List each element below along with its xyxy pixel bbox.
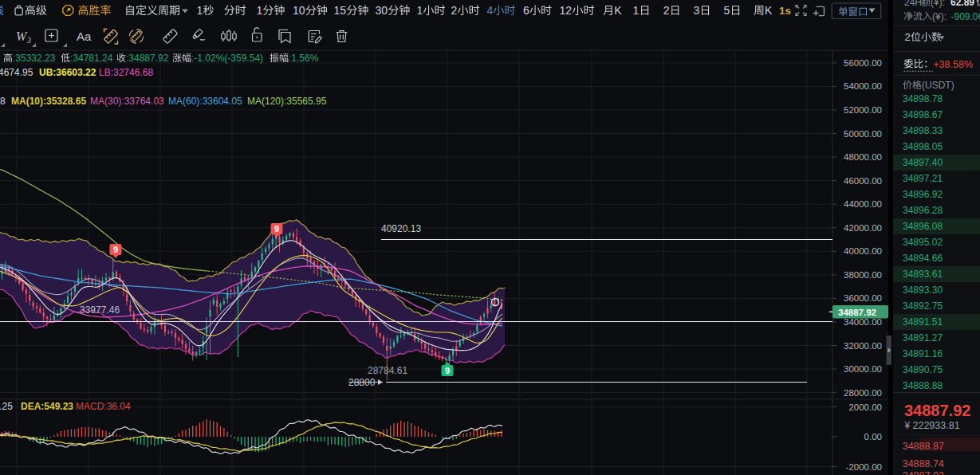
- svg-text:34000.00: 34000.00: [844, 317, 882, 327]
- svg-text:8: 8: [0, 96, 6, 107]
- svg-text:34890.75: 34890.75: [903, 364, 943, 375]
- svg-text:(USDT): (USDT): [922, 80, 954, 91]
- svg-text::35332.23: :35332.23: [13, 53, 56, 64]
- svg-text:34895.02: 34895.02: [903, 237, 943, 248]
- svg-text:34887.92: 34887.92: [904, 402, 970, 419]
- svg-text:3: 3: [26, 36, 31, 45]
- svg-text:28000.00: 28000.00: [844, 388, 882, 398]
- svg-text:5: 5: [724, 4, 730, 17]
- svg-text:38000.00: 38000.00: [844, 270, 882, 280]
- svg-text:(¥):: (¥):: [931, 0, 945, 8]
- svg-text:34897.40: 34897.40: [903, 157, 943, 168]
- svg-text:24H: 24H: [904, 0, 922, 8]
- svg-text::-1.02%(-359.54): :-1.02%(-359.54): [191, 53, 263, 64]
- svg-text:34898.78: 34898.78: [903, 93, 943, 104]
- svg-text:2: 2: [905, 31, 911, 43]
- svg-text:4674.95: 4674.95: [0, 67, 33, 78]
- svg-text:34894.66: 34894.66: [903, 253, 943, 264]
- svg-text:32000.00: 32000.00: [844, 341, 882, 351]
- svg-text:MA(120):35565.95: MA(120):35565.95: [247, 96, 327, 107]
- svg-text:LB:32746.68: LB:32746.68: [99, 67, 153, 78]
- svg-text:42000.00: 42000.00: [844, 223, 882, 233]
- svg-text:+38.58%: +38.58%: [933, 59, 973, 70]
- svg-text:0.00: 0.00: [864, 432, 882, 442]
- svg-text:34887.02: 34887.02: [903, 470, 944, 475]
- svg-text:34896.92: 34896.92: [903, 189, 943, 200]
- svg-text:34896.08: 34896.08: [903, 221, 943, 232]
- svg-text:3: 3: [694, 4, 700, 17]
- svg-text:W: W: [16, 29, 28, 43]
- svg-text:9: 9: [274, 224, 279, 234]
- svg-text:4: 4: [486, 4, 493, 17]
- svg-text:34898.05: 34898.05: [903, 141, 943, 152]
- svg-text:34888.88: 34888.88: [903, 380, 943, 391]
- svg-text:44000.00: 44000.00: [844, 199, 882, 209]
- svg-text:¥: ¥: [904, 420, 911, 431]
- svg-text:34897.21: 34897.21: [903, 173, 943, 184]
- svg-text:30000.00: 30000.00: [844, 364, 882, 374]
- svg-text:MACD:36.04: MACD:36.04: [76, 401, 131, 412]
- svg-text:46000.00: 46000.00: [844, 176, 882, 186]
- svg-text:34888.74: 34888.74: [903, 458, 944, 469]
- svg-text:15: 15: [333, 4, 346, 17]
- svg-text:9: 9: [445, 366, 450, 375]
- svg-text:DEA:549.23: DEA:549.23: [21, 401, 73, 412]
- svg-text:30: 30: [375, 4, 388, 17]
- svg-text:MA(60):33604.05: MA(60):33604.05: [168, 96, 242, 107]
- svg-text:K: K: [765, 4, 773, 17]
- svg-text:40920.13: 40920.13: [381, 223, 421, 234]
- svg-text:K: K: [614, 4, 622, 17]
- svg-text:34891.16: 34891.16: [903, 348, 943, 359]
- svg-text:1: 1: [256, 4, 262, 17]
- svg-text:2000.00: 2000.00: [848, 402, 882, 412]
- svg-text:56000.00: 56000.00: [844, 58, 882, 68]
- svg-text:MA(10):35328.65: MA(10):35328.65: [11, 96, 86, 107]
- svg-text:34898.33: 34898.33: [903, 125, 943, 136]
- svg-text:34887.92: 34887.92: [838, 308, 876, 317]
- svg-text:1: 1: [197, 4, 203, 17]
- svg-text:34891.51: 34891.51: [903, 316, 943, 328]
- svg-text:34893.61: 34893.61: [903, 269, 943, 280]
- svg-text:34893.30: 34893.30: [903, 285, 943, 296]
- svg-text::34887.92: :34887.92: [126, 53, 169, 64]
- svg-text:222933.81: 222933.81: [913, 420, 960, 431]
- svg-text::1.56%: :1.56%: [289, 53, 319, 64]
- svg-text:7.25: 7.25: [0, 401, 13, 412]
- svg-text:34888.87: 34888.87: [903, 441, 944, 452]
- svg-text:28784.61: 28784.61: [368, 365, 407, 376]
- svg-text:34892.75: 34892.75: [903, 300, 943, 312]
- svg-text:34896.28: 34896.28: [903, 205, 943, 216]
- svg-text:52000.00: 52000.00: [844, 105, 882, 115]
- svg-text:62.89: 62.89: [950, 0, 974, 8]
- svg-text:1: 1: [633, 4, 640, 17]
- svg-text:34898.67: 34898.67: [903, 109, 943, 120]
- svg-text:-2000.00: -2000.00: [846, 462, 882, 472]
- svg-text:48000.00: 48000.00: [844, 152, 882, 162]
- svg-text:MA(30):33764.03: MA(30):33764.03: [90, 96, 164, 107]
- svg-text:1: 1: [417, 4, 423, 17]
- svg-text:2: 2: [451, 4, 458, 17]
- svg-text:(¥):: (¥):: [932, 11, 947, 22]
- svg-text:1s: 1s: [779, 5, 791, 17]
- svg-text:-909.06: -909.06: [951, 11, 980, 22]
- svg-text:6: 6: [523, 4, 529, 17]
- svg-text:36000.00: 36000.00: [844, 293, 882, 303]
- svg-text:54000.00: 54000.00: [844, 81, 882, 91]
- svg-text:50000.00: 50000.00: [844, 129, 882, 139]
- svg-text:9: 9: [113, 245, 118, 254]
- svg-text:34891.27: 34891.27: [903, 332, 943, 343]
- svg-text:UB:36603.22: UB:36603.22: [39, 67, 96, 78]
- svg-text:12: 12: [560, 4, 573, 17]
- svg-text:33977.46: 33977.46: [80, 304, 120, 316]
- svg-text:Aa: Aa: [77, 29, 92, 43]
- svg-text:10: 10: [293, 4, 305, 17]
- svg-text::34781.24: :34781.24: [70, 53, 113, 64]
- svg-text:40000.00: 40000.00: [844, 246, 882, 256]
- svg-text:2: 2: [663, 4, 670, 17]
